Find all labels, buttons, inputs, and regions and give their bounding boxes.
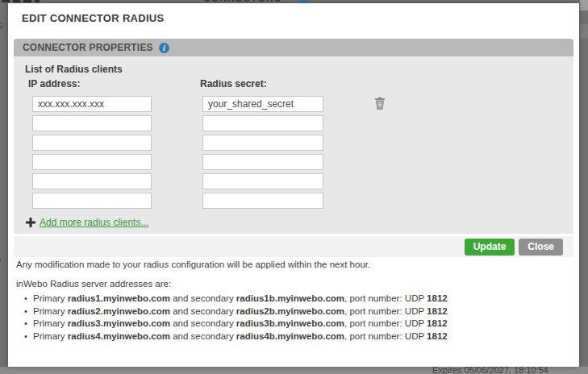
server-address-item: Primary radius3.myinwebo.com and seconda… bbox=[24, 318, 448, 330]
server-text: Primary bbox=[33, 305, 68, 318]
edit-connector-radius-dialog: EDIT CONNECTOR RADIUS CONNECTOR PROPERTI… bbox=[8, 3, 579, 367]
backdrop-text-fragment bbox=[23, 0, 31, 2]
radius-secret-input-6[interactable] bbox=[202, 193, 323, 209]
backdrop-text-fragment bbox=[35, 0, 40, 2]
radius-client-row bbox=[32, 96, 386, 112]
server-text: Primary bbox=[33, 293, 68, 305]
secondary-hostname: radius3b.myinwebo.com bbox=[236, 318, 344, 330]
modification-note: Any modification made to your radius con… bbox=[16, 260, 370, 269]
server-text: and secondary bbox=[170, 318, 236, 330]
add-radius-clients-link[interactable]: Add more radius clients... bbox=[26, 217, 148, 228]
update-button[interactable]: Update bbox=[465, 239, 515, 256]
port-number: 1812 bbox=[427, 318, 448, 330]
close-button[interactable]: Close bbox=[519, 239, 563, 256]
connector-properties-header: CONNECTOR PROPERTIES i bbox=[14, 39, 573, 56]
radius-client-row bbox=[32, 173, 386, 189]
radius-secret-column-label: Radius secret: bbox=[200, 78, 267, 89]
server-addresses-intro: inWebo Radius server addresses are: bbox=[16, 279, 171, 289]
primary-hostname: radius1.myinwebo.com bbox=[68, 293, 170, 305]
backdrop-text-fragment: G bbox=[0, 21, 3, 31]
backdrop-ui-fragment bbox=[580, 24, 588, 38]
ip-address-input-6[interactable] bbox=[32, 193, 152, 209]
secondary-hostname: radius4b.myinwebo.com bbox=[236, 330, 344, 343]
backdrop-ui-fragment bbox=[580, 0, 588, 10]
server-text: , port number: UDP bbox=[344, 330, 427, 343]
backdrop-text-fragment bbox=[2, 0, 10, 2]
radius-secret-input-1[interactable] bbox=[202, 96, 323, 112]
add-radius-clients-link-label: Add more radius clients... bbox=[40, 217, 148, 228]
ip-address-input-1[interactable] bbox=[32, 96, 152, 112]
delete-row-button[interactable] bbox=[373, 98, 386, 111]
ip-address-input-3[interactable] bbox=[32, 135, 152, 151]
server-text: , port number: UDP bbox=[344, 318, 427, 330]
plus-icon bbox=[26, 218, 35, 227]
secondary-hostname: radius2b.myinwebo.com bbox=[236, 305, 344, 318]
connector-properties-label: CONNECTOR PROPERTIES bbox=[23, 42, 153, 53]
radius-secret-input-3[interactable] bbox=[202, 135, 323, 151]
server-address-list: Primary radius1.myinwebo.com and seconda… bbox=[24, 293, 448, 343]
server-address-item: Primary radius2.myinwebo.com and seconda… bbox=[24, 305, 448, 318]
radius-secret-input-2[interactable] bbox=[202, 115, 323, 131]
expires-label: Expires 05/06/2027, 18:10:54 bbox=[432, 367, 548, 374]
dialog-title: EDIT CONNECTOR RADIUS bbox=[22, 12, 165, 24]
radius-secret-input-5[interactable] bbox=[202, 173, 323, 189]
primary-hostname: radius4.myinwebo.com bbox=[68, 330, 170, 343]
server-text: Primary bbox=[33, 330, 68, 343]
ip-address-input-5[interactable] bbox=[32, 173, 152, 189]
connector-properties-panel: List of Radius clients IP address: Radiu… bbox=[14, 56, 573, 234]
backdrop-text-fragment: b bbox=[0, 254, 1, 264]
port-number: 1812 bbox=[427, 330, 448, 343]
server-text: and secondary bbox=[170, 305, 236, 318]
port-number: 1812 bbox=[427, 305, 448, 318]
dialog-footer: Update Close bbox=[14, 236, 573, 257]
radius-client-row bbox=[32, 135, 386, 151]
ip-address-column-label: IP address: bbox=[28, 78, 80, 89]
info-icon[interactable]: i bbox=[159, 43, 169, 53]
radius-client-row bbox=[32, 115, 386, 131]
server-text: , port number: UDP bbox=[344, 305, 427, 318]
radius-client-row bbox=[32, 193, 386, 209]
backdrop-text-fragment bbox=[13, 0, 20, 2]
server-text: Primary bbox=[33, 318, 68, 330]
backdrop-text-fragment: y bbox=[0, 131, 1, 141]
server-address-item: Primary radius1.myinwebo.com and seconda… bbox=[24, 293, 448, 305]
primary-hostname: radius3.myinwebo.com bbox=[68, 318, 170, 330]
trash-icon bbox=[374, 97, 386, 112]
backdrop-bottom-strip: Expires 05/06/2027, 18:10:54 bbox=[0, 367, 588, 374]
radius-client-rows bbox=[32, 96, 386, 209]
ip-address-input-4[interactable] bbox=[32, 154, 152, 170]
server-text: and secondary bbox=[170, 293, 236, 305]
radius-client-row bbox=[32, 154, 386, 170]
secondary-hostname: radius1b.myinwebo.com bbox=[236, 293, 344, 305]
radius-clients-list-label: List of Radius clients bbox=[25, 64, 123, 75]
primary-hostname: radius2.myinwebo.com bbox=[68, 305, 170, 318]
port-number: 1812 bbox=[427, 293, 448, 305]
ip-address-input-2[interactable] bbox=[32, 115, 152, 131]
radius-secret-input-4[interactable] bbox=[202, 154, 323, 170]
server-text: , port number: UDP bbox=[344, 293, 427, 305]
server-text: and secondary bbox=[170, 330, 236, 343]
server-address-item: Primary radius4.myinwebo.com and seconda… bbox=[24, 330, 448, 343]
